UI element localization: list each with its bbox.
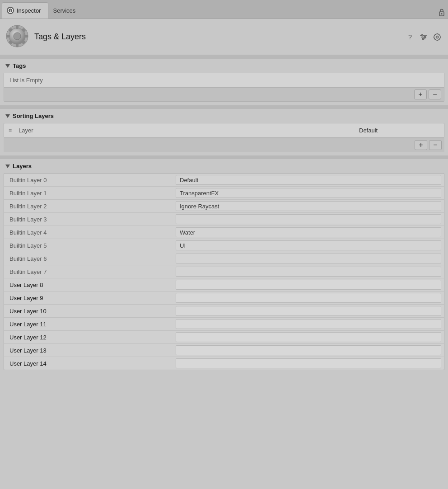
tab-inspector[interactable]: i Inspector [2, 2, 48, 19]
svg-point-21 [434, 34, 440, 40]
layer-row: Builtin Layer 3 [4, 213, 444, 226]
layer-row: Builtin Layer 1 [4, 187, 444, 200]
tab-services[interactable]: Services [48, 2, 83, 19]
layer-label-user-14: User Layer 14 [4, 357, 176, 370]
layer-label-builtin-4: Builtin Layer 4 [4, 226, 176, 239]
gear-icon-large [5, 24, 29, 49]
svg-point-20 [422, 38, 424, 40]
layer-label-builtin-3: Builtin Layer 3 [4, 213, 176, 226]
tab-bar: i Inspector Services [0, 0, 448, 19]
panel-header: Tags & Layers ? [0, 19, 448, 55]
tags-divider [0, 105, 448, 109]
layer-input-builtin-1[interactable] [176, 188, 441, 198]
layer-label-user-10: User Layer 10 [4, 305, 176, 317]
sorting-layers-triangle-icon [5, 114, 10, 118]
layer-row: User Layer 11 [4, 318, 444, 331]
layer-input-builtin-6[interactable] [176, 254, 441, 263]
layer-input-user-10[interactable] [176, 306, 441, 316]
layer-input-user-9[interactable] [176, 293, 441, 303]
layer-input-user-12[interactable] [176, 332, 441, 342]
layers-section-header[interactable]: Layers [4, 159, 444, 173]
layer-row: User Layer 9 [4, 292, 444, 305]
tags-add-remove-bar: + − [4, 87, 444, 101]
sorting-layers-remove-button[interactable]: − [429, 140, 442, 150]
svg-point-3 [441, 13, 443, 14]
inspector-tab-label: Inspector [17, 7, 41, 14]
layer-input-user-8[interactable] [176, 280, 441, 290]
layer-label-builtin-0: Builtin Layer 0 [4, 174, 176, 186]
tags-triangle-icon [5, 64, 10, 68]
layer-row: Builtin Layer 4 [4, 226, 444, 239]
tags-empty-message: List is Empty [4, 73, 444, 87]
layer-input-user-11[interactable] [176, 319, 441, 329]
layer-label-user-12: User Layer 12 [4, 331, 176, 343]
layer-row: Builtin Layer 0 [4, 174, 444, 187]
svg-rect-8 [16, 43, 19, 47]
drag-handle-icon[interactable]: ≡ [4, 124, 17, 137]
layer-label-builtin-5: Builtin Layer 5 [4, 240, 176, 252]
layer-row: Builtin Layer 6 [4, 252, 444, 265]
sorting-layers-add-remove-bar: + − [4, 138, 444, 152]
layer-row: Builtin Layer 2 [4, 200, 444, 213]
layer-input-builtin-0[interactable] [176, 175, 441, 185]
svg-rect-9 [6, 35, 10, 38]
svg-point-22 [436, 36, 439, 38]
layer-row: User Layer 8 [4, 278, 444, 292]
inspector-icon: i [7, 7, 14, 14]
svg-point-6 [14, 33, 21, 40]
layer-label-builtin-2: Builtin Layer 2 [4, 200, 176, 212]
tags-section-label: Tags [13, 62, 26, 69]
sorting-layer-label: Layer [17, 123, 354, 137]
layer-label-user-11: User Layer 11 [4, 318, 176, 330]
sorting-layer-row: ≡ Layer Default [4, 123, 444, 138]
layer-input-user-13[interactable] [176, 345, 441, 355]
settings-button[interactable] [432, 32, 443, 42]
layer-row: Builtin Layer 5 [4, 239, 444, 252]
sorting-layers-add-button[interactable]: + [415, 140, 427, 150]
sorting-layers-section: Sorting Layers ≡ Layer Default + − [0, 109, 448, 155]
services-tab-label: Services [53, 7, 75, 14]
tags-remove-button[interactable]: − [429, 89, 441, 99]
tab-bar-right [437, 8, 446, 19]
header-actions: ? [405, 32, 443, 42]
layer-label-user-13: User Layer 13 [4, 344, 176, 357]
layer-row: User Layer 12 [4, 331, 444, 344]
layers-triangle-icon [5, 165, 10, 168]
layers-section-label: Layers [13, 163, 32, 169]
layer-label-builtin-7: Builtin Layer 7 [4, 266, 176, 278]
tags-section: Tags List is Empty + − [0, 59, 448, 105]
layers-section: Layers Builtin Layer 0Builtin Layer 1Bui… [0, 159, 448, 374]
header-divider [0, 55, 448, 59]
layer-input-builtin-4[interactable] [176, 227, 441, 237]
layers-content: Builtin Layer 0Builtin Layer 1Builtin La… [4, 173, 444, 370]
layer-label-builtin-1: Builtin Layer 1 [4, 187, 176, 199]
svg-point-18 [421, 34, 423, 36]
tags-content: List is Empty + − [4, 73, 444, 102]
layer-input-builtin-3[interactable] [176, 214, 441, 224]
layer-row: User Layer 13 [4, 344, 444, 357]
sorting-layers-section-label: Sorting Layers [13, 113, 54, 119]
help-button[interactable]: ? [405, 32, 415, 42]
lock-icon[interactable] [437, 8, 446, 17]
layer-input-builtin-7[interactable] [176, 267, 441, 277]
sorting-layers-divider [0, 155, 448, 159]
layer-label-builtin-6: Builtin Layer 6 [4, 253, 176, 265]
tags-section-header[interactable]: Tags [4, 59, 444, 73]
layer-input-builtin-5[interactable] [176, 240, 441, 250]
layer-label-user-9: User Layer 9 [4, 292, 176, 304]
svg-point-19 [424, 36, 426, 38]
layer-label-user-8: User Layer 8 [4, 279, 176, 291]
layer-row: User Layer 14 [4, 357, 444, 370]
layer-row: Builtin Layer 7 [4, 265, 444, 278]
panel-title: Tags & Layers [34, 32, 399, 42]
filter-button[interactable] [418, 32, 429, 42]
svg-text:i: i [10, 9, 11, 13]
sorting-layer-value: Default [354, 123, 444, 137]
svg-rect-7 [16, 25, 19, 29]
svg-rect-10 [24, 35, 28, 38]
tags-add-button[interactable]: + [414, 89, 427, 99]
layer-input-builtin-2[interactable] [176, 201, 441, 211]
layer-row: User Layer 10 [4, 305, 444, 318]
sorting-layers-section-header[interactable]: Sorting Layers [4, 109, 444, 123]
layer-input-user-14[interactable] [176, 358, 441, 368]
